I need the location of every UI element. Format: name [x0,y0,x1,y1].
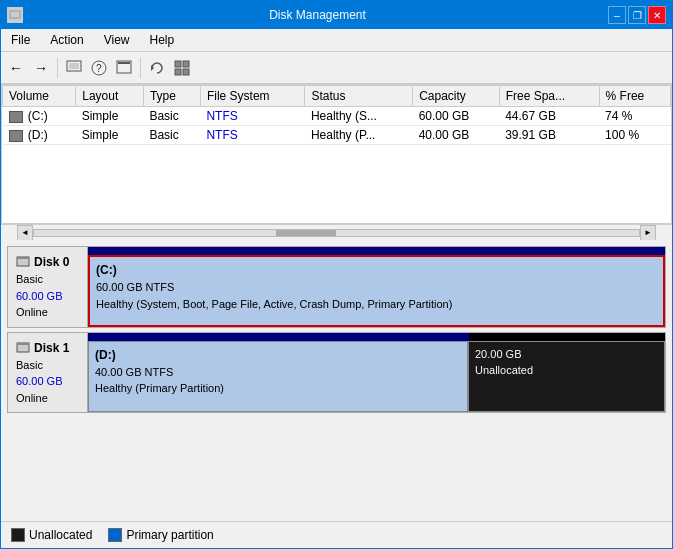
disk-0-label: Disk 0 Basic 60.00 GB Online [8,247,88,327]
cell-freespace: 39.91 GB [499,126,599,145]
svg-rect-7 [118,62,130,64]
cell-filesystem: NTFS [200,126,304,145]
menu-help[interactable]: Help [144,31,181,49]
disk-1-partition-d[interactable]: (D:) 40.00 GB NTFS Healthy (Primary Part… [88,341,468,413]
disk-1-label: Disk 1 Basic 60.00 GB Online [8,333,88,413]
disk-1-icon [16,341,30,355]
disk-0-icon [16,255,30,269]
volume-icon [9,130,23,142]
disk-1-partitions: (D:) 40.00 GB NTFS Healthy (Primary Part… [88,333,665,413]
svg-rect-9 [175,61,181,67]
legend-primary-box [108,528,122,542]
cell-layout: Simple [76,126,144,145]
back-button[interactable]: ← [5,57,27,79]
help-button[interactable]: ? [88,57,110,79]
toolbar-separator-1 [57,58,58,78]
disk-1-type: Basic [16,357,79,374]
restore-button[interactable]: ❐ [628,6,646,24]
col-status[interactable]: Status [305,86,413,107]
svg-rect-1 [12,18,18,19]
cell-filesystem: NTFS [200,107,304,126]
console-button[interactable] [113,57,135,79]
cell-status: Healthy (P... [305,126,413,145]
toolbar-separator-2 [140,58,141,78]
col-capacity[interactable]: Capacity [413,86,500,107]
volume-icon [9,111,23,123]
col-freespace[interactable]: Free Spa... [499,86,599,107]
col-type[interactable]: Type [143,86,200,107]
svg-rect-10 [183,61,189,67]
scroll-track[interactable] [33,229,640,237]
partition-c-name: (C:) [96,261,657,279]
extra-button[interactable] [171,57,193,79]
refresh-button[interactable] [146,57,168,79]
cell-percentfree: 74 % [599,107,670,126]
disk-visual-area: Disk 0 Basic 60.00 GB Online (C:) 60.00 … [1,240,672,521]
disk-0-type: Basic [16,271,79,288]
window-controls: – ❐ ✕ [608,6,666,24]
col-volume[interactable]: Volume [3,86,76,107]
disk-1-size: 60.00 GB [16,373,79,390]
legend: Unallocated Primary partition [1,521,672,548]
cell-freespace: 44.67 GB [499,107,599,126]
legend-primary: Primary partition [108,528,213,542]
partition-c-size: 60.00 GB NTFS [96,279,657,296]
legend-unallocated-box [11,528,25,542]
window-icon [7,7,23,23]
disk-0-name: Disk 0 [34,253,69,271]
cell-capacity: 60.00 GB [413,107,500,126]
menu-action[interactable]: Action [44,31,89,49]
partition-c-status: Healthy (System, Boot, Page File, Active… [96,296,657,313]
svg-rect-0 [10,11,20,18]
window-title: Disk Management [27,8,608,22]
cell-status: Healthy (S... [305,107,413,126]
svg-rect-14 [17,257,29,259]
unallocated-label: Unallocated [475,362,658,379]
disk-management-window: Disk Management – ❐ ✕ File Action View H… [0,0,673,549]
legend-unallocated: Unallocated [11,528,92,542]
disk-0-size: 60.00 GB [16,288,79,305]
disk-0-partition-c[interactable]: (C:) 60.00 GB NTFS Healthy (System, Boot… [88,255,665,327]
legend-primary-label: Primary partition [126,528,213,542]
col-layout[interactable]: Layout [76,86,144,107]
disk-0-content: (C:) 60.00 GB NTFS Healthy (System, Boot… [88,255,665,327]
menu-view[interactable]: View [98,31,136,49]
disk-0-row: Disk 0 Basic 60.00 GB Online (C:) 60.00 … [7,246,666,328]
partition-d-status: Healthy (Primary Partition) [95,380,461,397]
svg-text:?: ? [96,63,102,74]
partition-d-size: 40.00 GB NTFS [95,364,461,381]
show-button[interactable] [63,57,85,79]
horizontal-scrollbar[interactable]: ◄ ► [1,224,672,240]
svg-rect-16 [17,343,29,345]
forward-button[interactable]: → [30,57,52,79]
cell-capacity: 40.00 GB [413,126,500,145]
cell-volume: (D:) [3,126,76,145]
disk-1-header-bar [88,333,665,341]
disk-1-unallocated[interactable]: 20.00 GB Unallocated [468,341,665,413]
col-percentfree[interactable]: % Free [599,86,670,107]
disk-1-name: Disk 1 [34,339,69,357]
svg-rect-12 [183,69,189,75]
close-button[interactable]: ✕ [648,6,666,24]
table-row[interactable]: (C:) Simple Basic NTFS Healthy (S... 60.… [3,107,671,126]
cell-volume: (C:) [3,107,76,126]
minimize-button[interactable]: – [608,6,626,24]
svg-rect-3 [69,63,79,69]
unallocated-size: 20.00 GB [475,346,658,363]
scroll-thumb[interactable] [276,230,336,236]
cell-percentfree: 100 % [599,126,670,145]
partition-d-name: (D:) [95,346,461,364]
disk-1-content: (D:) 40.00 GB NTFS Healthy (Primary Part… [88,341,665,413]
menu-file[interactable]: File [5,31,36,49]
volume-table: Volume Layout Type File System Status Ca… [1,84,672,224]
scroll-left-button[interactable]: ◄ [17,225,33,241]
disk-1-row: Disk 1 Basic 60.00 GB Online (D:) 40.00 … [7,332,666,414]
cell-layout: Simple [76,107,144,126]
cell-type: Basic [143,126,200,145]
scroll-right-button[interactable]: ► [640,225,656,241]
cell-type: Basic [143,107,200,126]
col-filesystem[interactable]: File System [200,86,304,107]
disk-0-status: Online [16,304,79,321]
content-area: Volume Layout Type File System Status Ca… [1,84,672,548]
table-row[interactable]: (D:) Simple Basic NTFS Healthy (P... 40.… [3,126,671,145]
